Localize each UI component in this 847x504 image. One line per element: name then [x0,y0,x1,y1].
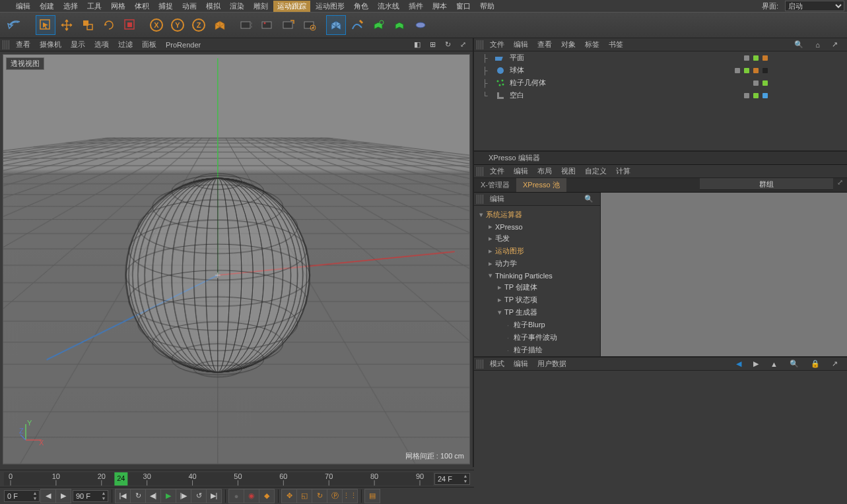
object-row[interactable]: └空白 [474,89,847,102]
key-scale-button[interactable]: ◱ [296,489,312,503]
add-generator-button[interactable] [368,15,388,35]
range-end-button[interactable]: ▶ [55,489,71,503]
menu-tools[interactable]: 工具 [83,1,106,12]
xp-tab-manager[interactable]: X-管理器 [474,178,516,192]
om-menu-tags[interactable]: 标签 [581,40,603,49]
goto-start-button[interactable]: |◀ [115,489,131,503]
menu-simulate[interactable]: 模拟 [202,1,224,12]
coord-sys-button[interactable] [210,15,230,35]
menu-sculpt[interactable]: 雕刻 [250,1,272,12]
move-button[interactable] [57,15,77,35]
timeline-ruler[interactable]: 010203040506070809024 [4,472,433,486]
key-param-button[interactable]: Ⓟ [327,489,343,503]
record-button[interactable]: ● [228,489,244,503]
xpresso-node[interactable]: ▸XPresso [474,221,600,232]
xpresso-tree[interactable]: ▾系统运算器▸XPresso▸毛发▸运动图形▸动力学▾Thinking Part… [474,206,600,356]
recent-tool-button[interactable] [120,15,140,35]
search-icon[interactable]: 🔍 [580,195,597,203]
xp-menu-edit[interactable]: 编辑 [510,166,532,176]
xpresso-node[interactable]: ▸动力学 [474,257,600,270]
live-select-button[interactable] [36,15,55,35]
current-frame-spin[interactable]: 24 F▲▼ [434,473,470,485]
vp-nav-icon3[interactable]: ↻ [441,40,455,49]
xpresso-node[interactable]: ▸毛发 [474,232,600,245]
xp-menu-file[interactable]: 文件 [486,166,508,176]
grip-icon[interactable] [477,360,485,369]
add-deformer-button[interactable] [390,15,409,35]
menu-create[interactable]: 创建 [36,1,58,12]
interface-select[interactable]: 启动 [785,1,844,11]
xpresso-canvas[interactable] [601,193,847,356]
xp-menu-calc[interactable]: 计算 [612,166,634,176]
loop2-button[interactable]: ↺ [191,489,207,503]
om-menu-file[interactable]: 文件 [486,40,508,49]
xpresso-node[interactable]: ▾Thinking Particles [474,270,600,281]
menu-help[interactable]: 帮助 [476,1,498,12]
rotate-button[interactable] [99,15,119,35]
attr-menu-userdata[interactable]: 用户数据 [533,359,570,369]
scale-button[interactable] [78,15,98,35]
om-menu-bookmarks[interactable]: 书签 [605,40,627,49]
grip-icon[interactable] [3,40,11,49]
object-row[interactable]: ├粒子几何体 [474,77,847,89]
vp-nav-icon2[interactable]: ⊞ [426,40,440,49]
viewport-3d[interactable]: 透视视图 网格间距 : 100 cm YXZ [3,54,470,464]
grip-icon[interactable] [477,167,485,176]
keysel-button[interactable]: ◆ [259,489,275,503]
undo-button[interactable] [3,15,29,35]
add-primitive-button[interactable] [326,15,346,35]
attr-menu-edit[interactable]: 编辑 [510,359,532,369]
om-menu-edit[interactable]: 编辑 [510,40,532,49]
grip-icon[interactable] [477,40,485,49]
vp-menu-panel[interactable]: 面板 [138,40,160,49]
y-axis-button[interactable]: Y [168,15,187,35]
x-axis-button[interactable]: X [147,15,166,35]
add-spline-button[interactable] [347,15,367,35]
nav-fwd-icon[interactable]: ▶ [749,360,762,368]
range-start-button[interactable]: ◀ [40,489,56,503]
xp-menu-layout[interactable]: 布局 [533,166,556,176]
next-key-button[interactable]: |▶ [176,489,191,503]
dopesheet-button[interactable]: ▤ [364,489,380,503]
expand-icon[interactable]: ⤢ [833,178,847,192]
menu-animate[interactable]: 动画 [178,1,201,12]
om-undock-icon[interactable]: ↗ [828,40,842,49]
vp-menu-camera[interactable]: 摄像机 [36,40,65,49]
z-axis-button[interactable]: Z [189,15,209,35]
object-row[interactable]: ├球体 [474,64,847,77]
lock-icon[interactable]: 🔒 [807,360,824,368]
menu-mograph[interactable]: 运动图形 [312,1,349,12]
vp-menu-options[interactable]: 选项 [90,40,113,49]
om-home-icon[interactable]: ⌂ [811,41,824,49]
grip-icon[interactable] [477,195,485,204]
xpresso-node[interactable]: ·粒子事件波动 [474,331,600,344]
menu-pipeline[interactable]: 流水线 [374,1,403,12]
undock-icon[interactable]: ↗ [828,360,842,368]
vp-menu-display[interactable]: 显示 [67,40,89,49]
vp-nav-icon4[interactable]: ⤢ [456,40,470,49]
om-search-icon[interactable]: 🔍 [790,40,807,49]
menu-render[interactable]: 渲染 [226,1,248,12]
goto-end-button[interactable]: ▶| [206,489,222,503]
add-env-button[interactable] [411,15,430,35]
xpresso-node[interactable]: ▾系统运算器 [474,208,600,221]
attr-menu-mode[interactable]: 模式 [486,359,508,369]
xp-edit-header[interactable]: 编辑 [486,194,508,204]
xpresso-node[interactable]: ▸TP 状态项 [474,294,600,306]
xp-menu-view[interactable]: 视图 [557,166,580,176]
end-frame-spin[interactable]: 90 F▲▼ [73,490,108,502]
render-pv-button[interactable] [257,15,277,35]
object-row[interactable]: ├平面 [474,51,847,64]
menu-script[interactable]: 脚本 [428,1,451,12]
vp-menu-prorender[interactable]: ProRender [162,41,205,49]
xpresso-node[interactable]: ▸运动图形 [474,245,600,257]
vp-nav-icon[interactable]: ◧ [410,40,424,49]
xpresso-node[interactable]: ▸TP 创建体 [474,281,600,294]
key-pla-button[interactable]: ⋮⋮ [342,489,358,503]
xpresso-node[interactable]: ·粒子描绘 [474,344,600,356]
menu-window[interactable]: 窗口 [452,1,475,12]
om-menu-object[interactable]: 对象 [557,40,580,49]
prev-key-button[interactable]: ◀| [145,489,161,503]
vp-menu-view[interactable]: 查看 [12,40,34,49]
key-pos-button[interactable]: ✥ [281,489,297,503]
